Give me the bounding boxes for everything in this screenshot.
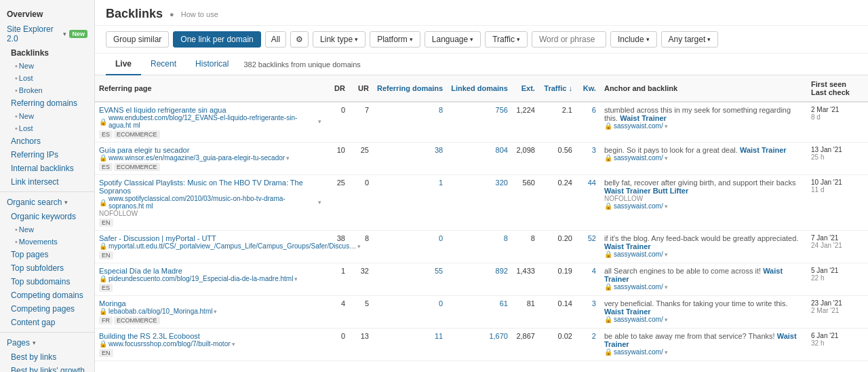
ref-domains-cell[interactable]: 8 xyxy=(373,102,447,143)
anchor-link[interactable]: Waist Trainer xyxy=(604,308,651,316)
tab-live[interactable]: Live xyxy=(106,54,141,75)
anchor-link[interactable]: Waist Trainer xyxy=(604,267,783,283)
sidebar-item-competing-pages[interactable]: Competing pages xyxy=(0,302,94,316)
sidebar-item-referring-ips[interactable]: Referring IPs xyxy=(0,148,94,162)
page-title-link[interactable]: Building the RS 2.3L Ecoboost xyxy=(99,332,321,340)
kw-cell[interactable]: 3 xyxy=(576,143,600,175)
site-explorer-link[interactable]: Site Explorer 2.0 ▾ New xyxy=(0,22,94,46)
sidebar-item-new3[interactable]: •New xyxy=(0,223,94,236)
kw-cell[interactable]: 52 xyxy=(576,231,600,263)
sassy-url-link[interactable]: sassywaist.com/ ▾ xyxy=(614,122,668,130)
kw-cell[interactable]: 3 xyxy=(576,296,600,329)
linked-domains-cell[interactable]: 320 xyxy=(447,175,512,231)
page-url-link[interactable]: www.focusrsshop.com/blog/7/built-motor ▾ xyxy=(108,340,235,348)
sidebar-item-top-pages[interactable]: Top pages xyxy=(0,248,94,261)
th-linked-domains[interactable]: Linked domains xyxy=(447,75,512,102)
tab-recent[interactable]: Recent xyxy=(141,54,186,75)
anchor-link[interactable]: Waist Trainer xyxy=(604,242,651,250)
kw-cell[interactable]: 44 xyxy=(576,175,600,231)
th-referring-page[interactable]: Referring page xyxy=(95,75,326,102)
page-url-link[interactable]: www.spotifyclassical.com/2010/03/music-o… xyxy=(108,195,321,210)
sidebar-item-lost2[interactable]: •Lost xyxy=(0,122,94,134)
linked-domains-cell[interactable]: 892 xyxy=(447,263,512,296)
th-traffic[interactable]: Traffic ↓ xyxy=(539,75,576,102)
page-url-link[interactable]: pideundescuento.com/blog/19_Especial-dia… xyxy=(108,275,298,282)
sidebar-item-competing-domains[interactable]: Competing domains xyxy=(0,289,94,302)
overview-link[interactable]: Overview xyxy=(0,5,94,22)
linked-domains-cell[interactable]: 1,670 xyxy=(447,329,512,361)
th-first-seen[interactable]: First seen Last check xyxy=(807,75,868,102)
sidebar-pages[interactable]: Pages ▾ xyxy=(0,335,94,350)
linked-domains-cell[interactable]: 756 xyxy=(447,102,512,143)
link-type-dropdown[interactable]: Link type ▾ xyxy=(313,31,366,48)
word-phrase-input[interactable] xyxy=(532,31,606,48)
sidebar-item-backlinks[interactable]: Backlinks xyxy=(0,46,94,60)
sidebar-item-best-by-links[interactable]: Best by links xyxy=(0,350,94,364)
th-anchor[interactable]: Anchor and backlink xyxy=(600,75,807,102)
sidebar-item-new1[interactable]: •New xyxy=(0,60,94,72)
sassy-url-link[interactable]: sassywaist.com/ ▾ xyxy=(614,348,668,356)
kw-cell[interactable]: 6 xyxy=(576,102,600,143)
th-referring-domains[interactable]: Referring domains xyxy=(373,75,447,102)
sidebar-item-link-intersect[interactable]: Link intersect xyxy=(0,175,94,189)
traffic-dropdown[interactable]: Traffic ▾ xyxy=(485,31,528,48)
th-ext[interactable]: Ext. xyxy=(512,75,539,102)
sidebar-item-top-subdomains[interactable]: Top subdomains xyxy=(0,275,94,289)
page-title-link[interactable]: Moringa xyxy=(99,299,321,308)
sidebar-item-best-by-links-growth[interactable]: Best by links' growth xyxy=(0,364,94,372)
sidebar-item-referring-domains[interactable]: Referring domains xyxy=(0,96,94,110)
linked-domains-cell[interactable]: 8 xyxy=(447,231,512,263)
page-title-link[interactable]: Especial Día de la Madre xyxy=(99,267,321,275)
sidebar-item-content-gap[interactable]: Content gap xyxy=(0,316,94,329)
kw-cell[interactable]: 2 xyxy=(576,329,600,361)
page-title-link[interactable]: Guía para elegir tu secador xyxy=(99,146,321,154)
one-link-per-domain-button[interactable]: One link per domain xyxy=(173,31,260,48)
kw-cell[interactable]: 4 xyxy=(576,263,600,296)
linked-domains-cell[interactable]: 804 xyxy=(447,143,512,175)
tab-historical[interactable]: Historical xyxy=(186,54,238,75)
platform-dropdown[interactable]: Platform ▾ xyxy=(370,31,420,48)
ref-domains-cell[interactable]: 1 xyxy=(373,175,447,231)
include-dropdown[interactable]: Include ▾ xyxy=(610,31,657,48)
page-url-link[interactable]: www.endubest.com/blog/12_EVANS-el-liquid… xyxy=(108,114,321,129)
ref-domains-cell[interactable]: 11 xyxy=(373,329,447,361)
sassy-url-link[interactable]: sassywaist.com/ ▾ xyxy=(614,202,668,210)
anchor-link[interactable]: Waist Trainer xyxy=(620,114,667,122)
th-ur[interactable]: UR xyxy=(349,75,373,102)
group-similar-button[interactable]: Group similar xyxy=(106,31,169,48)
page-url-link[interactable]: lebaobab.ca/blog/10_Moringa.html ▾ xyxy=(108,308,217,315)
language-dropdown[interactable]: Language ▾ xyxy=(425,31,481,48)
sidebar-item-anchors[interactable]: Anchors xyxy=(0,134,94,148)
sidebar-item-lost1[interactable]: •Lost xyxy=(0,72,94,84)
page-title-link[interactable]: Spotify Classical Playlists: Music on Th… xyxy=(99,179,321,195)
ref-domains-cell[interactable]: 55 xyxy=(373,263,447,296)
help-link[interactable]: How to use xyxy=(181,10,218,18)
sidebar-item-internal-backlinks[interactable]: Internal backlinks xyxy=(0,162,94,175)
sassy-url-link[interactable]: sassywaist.com/ ▾ xyxy=(614,154,668,162)
ref-domains-cell[interactable]: 38 xyxy=(373,143,447,175)
sidebar-organic-search[interactable]: Organic search ▾ xyxy=(0,195,94,210)
anchor-link[interactable]: Waist Trainer xyxy=(740,146,787,154)
ref-domains-cell[interactable]: 0 xyxy=(373,231,447,263)
sassy-url-link[interactable]: sassywaist.com/ ▾ xyxy=(614,283,668,291)
any-target-dropdown[interactable]: Any target ▾ xyxy=(661,31,719,48)
page-url-link[interactable]: myportal.utt.edu.tt/CS/_portalview_/Camp… xyxy=(108,242,361,250)
anchor-link[interactable]: Waist Trainer xyxy=(604,332,797,348)
th-dr[interactable]: DR xyxy=(326,75,349,102)
page-title-link[interactable]: Safer - Discussion | myPortal - UTT xyxy=(99,234,321,242)
sidebar-item-top-subfolders[interactable]: Top subfolders xyxy=(0,261,94,275)
linked-domains-cell[interactable]: 61 xyxy=(447,296,512,329)
anchor-link[interactable]: Waist Trainer Butt Lifter xyxy=(604,187,688,195)
page-url-link[interactable]: www.winsor.es/en/magazine/3_guia-para-el… xyxy=(108,154,290,162)
sassy-url-link[interactable]: sassywaist.com/ ▾ xyxy=(614,250,668,258)
settings-button[interactable]: ⚙ xyxy=(290,31,309,48)
all-button[interactable]: All xyxy=(265,31,286,48)
page-title-link[interactable]: EVANS el líquido refrigerante sin agua xyxy=(99,106,321,114)
ref-domains-cell[interactable]: 0 xyxy=(373,296,447,329)
th-kw[interactable]: Kw. xyxy=(576,75,600,102)
sassy-url-link[interactable]: sassywaist.com/ ▾ xyxy=(614,316,668,323)
sidebar-item-new2[interactable]: •New xyxy=(0,110,94,122)
sidebar-item-organic-keywords[interactable]: Organic keywords xyxy=(0,210,94,223)
sidebar-item-broken[interactable]: •Broken xyxy=(0,84,94,96)
sidebar-item-movements[interactable]: •Movements xyxy=(0,236,94,248)
